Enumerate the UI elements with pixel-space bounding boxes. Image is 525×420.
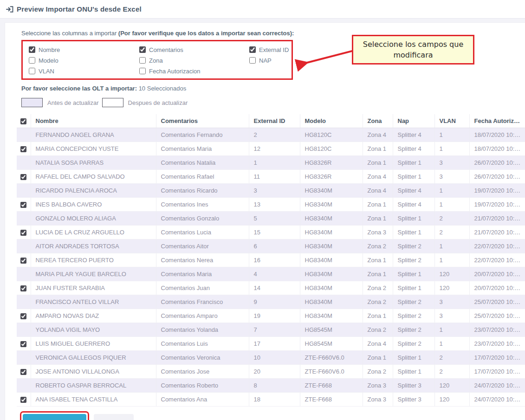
column-checkbox-modelo[interactable]: Modelo — [29, 56, 139, 65]
row-checkbox[interactable] — [20, 146, 26, 152]
row-select-cell[interactable] — [17, 198, 31, 212]
checkbox-input[interactable] — [249, 46, 256, 53]
cell-fecha: 23/07/2020 10:32 — [469, 323, 525, 337]
checkbox-input[interactable] — [249, 57, 256, 64]
cell-external_id: 20 — [249, 365, 300, 379]
cell-zona: Zona 2 — [363, 295, 393, 309]
cell-zona: Zona 4 — [363, 184, 393, 198]
cell-vlan: 1 — [434, 184, 469, 198]
cell-nap: Splitter 2 — [393, 239, 434, 253]
row-checkbox[interactable] — [20, 174, 26, 180]
import-onus-button[interactable]: Si, Importar ONU's — [23, 414, 86, 420]
checkbox-label: External ID — [259, 46, 289, 53]
cell-zona: Zona 2 — [363, 281, 393, 295]
column-checkbox-nap[interactable]: NAP — [249, 56, 292, 65]
cell-external_id: 2 — [249, 128, 300, 142]
checkbox-label: Fecha Autorizacion — [149, 68, 201, 75]
cell-fecha: 22/07/2020 10:32 — [469, 253, 525, 267]
checkbox-input[interactable] — [29, 46, 35, 53]
row-select-cell[interactable] — [17, 170, 31, 184]
cell-modelo: HG8340M — [300, 267, 363, 281]
cell-fecha: 20/07/2020 10:16 — [469, 281, 525, 295]
checkbox-input[interactable] — [139, 46, 146, 53]
table-row: MARIA PILAR YAGUE BARCELOComentarios Mar… — [17, 267, 525, 281]
table-row: LUCIA DE LA CRUZ ARGUELLOComentarios Luc… — [17, 226, 525, 239]
select-all-header-cell[interactable] — [17, 114, 31, 128]
column-checkbox-comentarios[interactable]: Comentarios — [139, 45, 249, 54]
row-checkbox[interactable] — [20, 341, 26, 347]
cell-nombre: LUIS MIGUEL GUERRERO — [31, 337, 156, 351]
row-checkbox[interactable] — [20, 285, 26, 291]
select-all-checkbox[interactable] — [20, 118, 26, 124]
cell-external_id: 12 — [249, 142, 300, 156]
cell-modelo: HG8120C — [300, 142, 363, 156]
cell-fecha: 22/07/2020 10:32 — [469, 239, 525, 253]
row-checkbox[interactable] — [20, 397, 26, 403]
row-checkbox[interactable] — [20, 369, 26, 375]
row-select-cell[interactable] — [17, 253, 31, 267]
olt-select-line: Por favor seleccione las OLT a importar:… — [21, 85, 525, 92]
legend-after-label: Despues de actualizar — [128, 99, 188, 106]
row-checkbox[interactable] — [20, 258, 26, 264]
cell-modelo: HG8340M — [300, 295, 363, 309]
cell-zona: Zona 4 — [363, 170, 393, 184]
row-select-cell[interactable] — [17, 226, 31, 239]
row-select-cell[interactable] — [17, 365, 31, 379]
table-row: ROBERTO GASPAR BERROCALComentarios Rober… — [17, 379, 525, 393]
cell-vlan: 1 — [434, 128, 469, 142]
row-select-cell[interactable] — [17, 281, 31, 295]
row-checkbox[interactable] — [20, 202, 26, 208]
olt-label: Por favor seleccione las OLT a importar: — [21, 85, 137, 92]
row-select-cell — [17, 267, 31, 281]
cell-zona: Zona 1 — [363, 212, 393, 226]
columns-label-regular: Seleccione las columnas a importar — [21, 30, 118, 37]
annotation-note: Seleccione los campos que modificara — [352, 35, 474, 65]
cell-nap: Splitter 2 — [393, 337, 434, 351]
checkbox-label: Comentarios — [149, 46, 183, 53]
cell-comentarios: Comentarios Natalia — [156, 156, 249, 170]
cell-comentarios: Comentarios Juan — [156, 281, 249, 295]
cell-external_id: 17 — [249, 337, 300, 351]
column-checkbox-zona[interactable]: Zona — [139, 56, 249, 65]
cell-zona: Zona 4 — [363, 128, 393, 142]
cell-zona: Zona 2 — [363, 365, 393, 379]
cell-zona: Zona 4 — [363, 337, 393, 351]
row-select-cell[interactable] — [17, 309, 31, 323]
legend-before-swatch — [21, 98, 43, 107]
row-select-cell — [17, 156, 31, 170]
cell-external_id: 1 — [249, 156, 300, 170]
column-checkbox-external-id[interactable]: External ID — [249, 45, 292, 54]
cell-nombre: ANA ISABEL TENA CASTILLA — [31, 393, 156, 407]
onu-preview-table: NombreComentariosExternal IDModeloZonaNa… — [17, 114, 525, 407]
checkbox-input[interactable] — [29, 57, 35, 64]
cell-nombre: AITOR ANDRADES TORTOSA — [31, 239, 156, 253]
cancel-button[interactable]: Cancelar — [94, 414, 134, 420]
column-checkbox-vlan[interactable]: VLAN — [29, 67, 139, 75]
cell-fecha: 21/07/2020 10:19 — [469, 226, 525, 239]
row-checkbox[interactable] — [20, 230, 26, 236]
table-row: RICARDO PALENCIA AROCAComentarios Ricard… — [17, 184, 525, 198]
cell-nap: Splitter 1 — [393, 365, 434, 379]
row-select-cell[interactable] — [17, 142, 31, 156]
cell-modelo: HG8340M — [300, 253, 363, 267]
checkbox-input[interactable] — [139, 68, 146, 74]
row-select-cell[interactable] — [17, 393, 31, 407]
cell-fecha: 19/07/2020 10:02 — [469, 184, 525, 198]
cell-nap: Splitter 4 — [393, 184, 434, 198]
row-checkbox[interactable] — [20, 313, 26, 319]
cell-nap: Splitter 4 — [393, 142, 434, 156]
row-select-cell — [17, 323, 31, 337]
cell-external_id: 14 — [249, 281, 300, 295]
column-checkbox-fecha-autorizacion[interactable]: Fecha Autorizacion — [139, 67, 249, 75]
checkbox-input[interactable] — [29, 68, 35, 74]
column-header: Nombre — [31, 114, 156, 128]
column-checkbox-nombre[interactable]: Nombre — [29, 45, 139, 54]
cell-comentarios: Comentarios Ines — [156, 198, 249, 212]
cell-nombre: MARIA CONCEPCION YUSTE — [31, 142, 156, 156]
cell-external_id: 3 — [249, 184, 300, 198]
row-select-cell[interactable] — [17, 337, 31, 351]
cell-nap: Splitter 3 — [393, 393, 434, 407]
cell-modelo: HG8340M — [300, 226, 363, 239]
checkbox-input[interactable] — [139, 57, 146, 64]
cell-comentarios: Comentarios Fernando — [156, 128, 249, 142]
